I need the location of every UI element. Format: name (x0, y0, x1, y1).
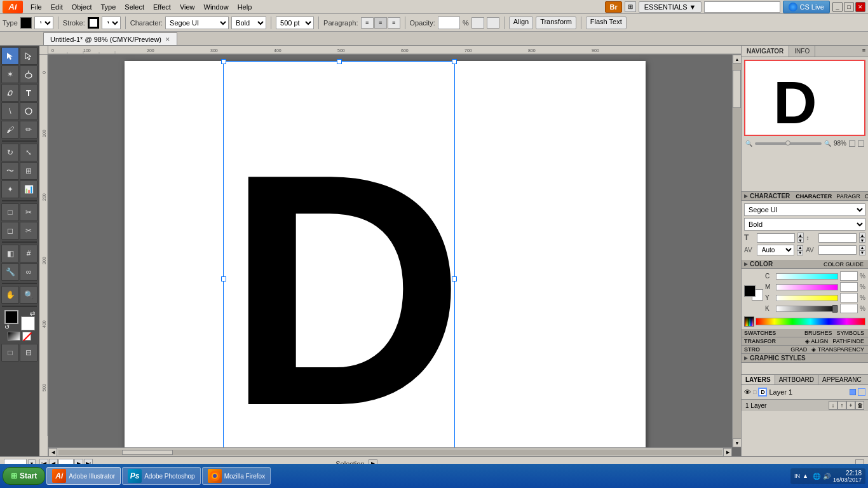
line-tool[interactable]: \ (1, 102, 19, 120)
leading-input[interactable]: (600 pt) (818, 233, 857, 243)
artboard-tool[interactable]: □ (1, 203, 19, 221)
layer-name[interactable]: Layer 1 (769, 388, 848, 396)
k-slider[interactable] (776, 306, 838, 312)
essentials-button[interactable]: ESSENTIALS ▼ (639, 1, 702, 13)
swap-fill-stroke[interactable]: ⇄ (30, 310, 35, 317)
taskbar-firefox-button[interactable]: Mozilla Firefox (202, 467, 271, 485)
character-tab-active[interactable]: CHARACTER (794, 193, 834, 200)
type-tool[interactable]: T (20, 84, 37, 102)
color-wheel-icon[interactable] (744, 316, 754, 327)
tracking-select[interactable]: Auto (757, 245, 794, 255)
font-size-input[interactable]: 500 pt (757, 233, 795, 243)
stroke-dropdown[interactable]: ▼ (102, 17, 121, 29)
nav-right-arrow[interactable] (858, 140, 864, 147)
tray-expand-icon[interactable]: ▲ (803, 473, 808, 479)
delete-layer-button[interactable]: 🗑 (855, 401, 864, 410)
zoom-slider-thumb[interactable] (785, 140, 790, 146)
scroll-up-button[interactable]: ▲ (733, 55, 741, 64)
paintbrush-tool[interactable]: 🖌 (1, 121, 19, 139)
stroke-section-header[interactable]: STRO GRAD ◈ TRANSPARENCY (742, 346, 868, 354)
size-up[interactable]: ▲ (797, 233, 804, 238)
hand-tool[interactable]: ✋ (1, 286, 19, 304)
menu-type[interactable]: Type (97, 2, 120, 12)
ellipse-tool[interactable] (20, 102, 37, 120)
opacity-input[interactable]: 100 (438, 17, 460, 29)
transform-button[interactable]: Transform (536, 17, 576, 29)
k-input[interactable]: 100 (840, 304, 858, 313)
gradient-tool[interactable]: ◧ (1, 245, 19, 262)
navigator-tab[interactable]: NAVIGATOR (742, 46, 789, 57)
zoom-out-icon[interactable]: 🔍 (745, 140, 752, 147)
pencil-tool[interactable]: ✏ (20, 121, 37, 139)
taskbar-photoshop-button[interactable]: Ps Adobe Photoshop (122, 467, 201, 485)
v-scrollbar[interactable]: ▲ ▼ (732, 55, 741, 447)
zoom-tool[interactable]: 🔍 (20, 286, 37, 304)
graphic-styles-header[interactable]: ▶ GRAPHIC STYLES (742, 354, 868, 363)
menu-window[interactable]: Window (200, 2, 233, 12)
transform-label[interactable]: TRANSFOR (744, 338, 776, 344)
menu-select[interactable]: Select (121, 2, 148, 12)
screen-mode-button[interactable]: □ (1, 344, 19, 362)
cslive-button[interactable]: CS Live (783, 1, 830, 13)
align-right-button[interactable]: ≡ (388, 17, 400, 29)
c-input[interactable]: 0 (840, 271, 858, 281)
font-style-select[interactable]: Bold (231, 17, 266, 29)
fill-dropdown[interactable]: ▼ (34, 17, 53, 29)
character-section-header[interactable]: ▶ CHARACTER CHARACTER PARAGR OPENTY (742, 192, 868, 201)
tracking-down[interactable]: ▼ (797, 250, 803, 255)
align-button[interactable]: Align (509, 17, 533, 29)
color-section-header[interactable]: ▶ COLOR COLOR GUIDE (742, 260, 868, 269)
mesh-tool[interactable]: # (20, 245, 37, 262)
y-input[interactable]: 0 (840, 293, 858, 302)
kerning-up[interactable]: ▲ (859, 245, 865, 250)
appearance-button[interactable] (487, 17, 499, 29)
char-style-select[interactable]: Bold (744, 218, 865, 231)
change-screen-button[interactable]: ⊟ (20, 344, 37, 362)
menu-object[interactable]: Object (68, 2, 96, 12)
align-label[interactable]: ◈ ALIGN (804, 338, 829, 344)
maximize-button[interactable]: □ (844, 2, 854, 12)
font-size-select[interactable]: 500 pt (276, 17, 314, 29)
fill-color-box[interactable] (20, 17, 32, 29)
document-tab[interactable]: Untitled-1* @ 98% (CMYK/Preview) ✕ (43, 32, 177, 45)
opentype-tab[interactable]: OPENTY (863, 193, 868, 200)
default-colors[interactable]: ↺ (4, 323, 10, 330)
menu-file[interactable]: File (27, 2, 46, 12)
kerning-down[interactable]: ▼ (859, 250, 865, 255)
scissors-tool[interactable]: ✂ (20, 222, 37, 240)
symbol-tool[interactable]: ✦ (1, 180, 19, 198)
new-layer-button[interactable]: + (846, 401, 855, 410)
info-tab[interactable]: INFO (789, 46, 815, 57)
panel-options-button[interactable]: ≡ (860, 46, 868, 57)
bridge-button[interactable]: Br (605, 1, 621, 13)
layer-move-up-button[interactable]: ↑ (837, 401, 846, 410)
fg-color-swatch[interactable] (744, 285, 756, 297)
workspace-switcher[interactable]: ⊞ Br (625, 1, 636, 12)
tray-network-icon[interactable]: 🌐 (813, 473, 820, 480)
search-input[interactable] (704, 1, 780, 13)
kerning-input[interactable]: 0 (818, 245, 857, 255)
graph-tool[interactable]: 📊 (20, 180, 37, 198)
zoom-slider[interactable] (755, 142, 822, 145)
transform-section-header[interactable]: TRANSFOR ◈ ALIGN PATHFINDE (742, 337, 868, 346)
lasso-tool[interactable] (20, 65, 37, 83)
layer-visibility-icon[interactable]: 👁 (744, 388, 751, 396)
color-mode-button[interactable] (8, 332, 20, 341)
layer-target-button[interactable] (858, 388, 865, 396)
symbols-label[interactable]: SYMBOLS (835, 330, 865, 336)
layer-move-down-button[interactable]: ↓ (829, 401, 837, 410)
menu-edit[interactable]: Edit (47, 2, 67, 12)
opacity-options-button[interactable] (471, 17, 484, 29)
warp-tool[interactable]: 〜 (1, 162, 19, 180)
scroll-down-button[interactable]: ▼ (733, 438, 741, 447)
scroll-right-button[interactable]: ▶ (723, 448, 732, 457)
menu-help[interactable]: Help (234, 2, 256, 12)
color-spectrum[interactable] (756, 318, 865, 325)
start-button[interactable]: ⊞ Start (3, 467, 45, 485)
zoom-in-icon[interactable]: 🔍 (824, 140, 831, 147)
stroke-indicator[interactable] (21, 316, 35, 330)
scroll-left-button[interactable]: ◀ (48, 448, 57, 457)
appearance-tab[interactable]: APPEARANC (818, 375, 865, 384)
pathfinder-label[interactable]: PATHFINDE (831, 338, 865, 344)
flash-text-button[interactable]: Flash Text (586, 17, 627, 29)
